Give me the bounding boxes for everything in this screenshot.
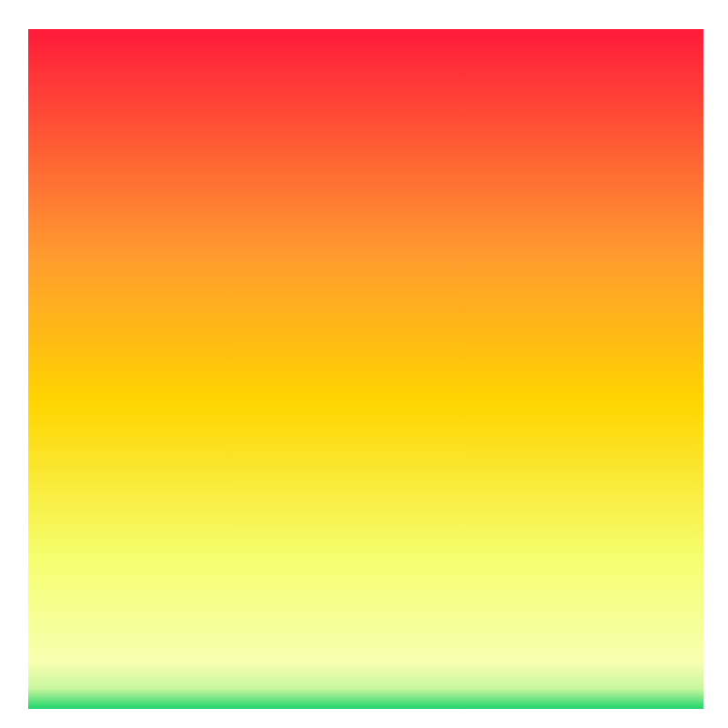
plot-area xyxy=(24,29,708,713)
gradient-background xyxy=(28,29,703,709)
chart-frame xyxy=(0,0,728,728)
line-chart xyxy=(24,29,708,713)
